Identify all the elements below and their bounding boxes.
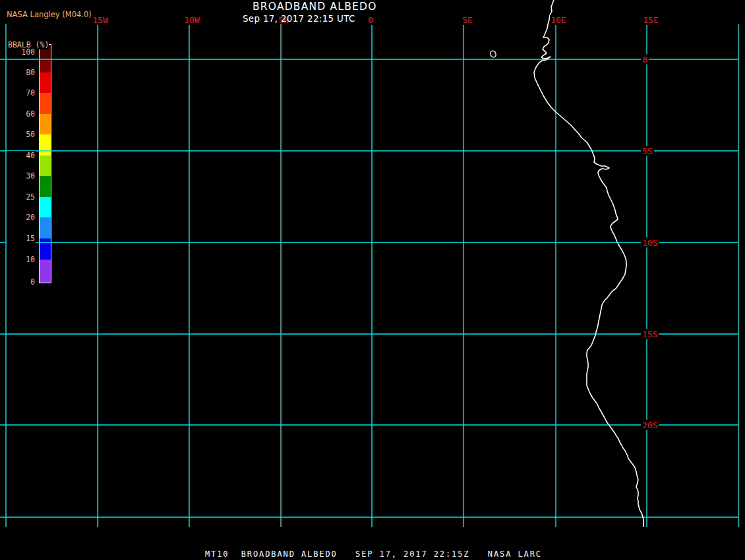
latitude-label: 10S	[641, 238, 659, 248]
longitude-label: 15E	[642, 15, 659, 25]
colorbar-tick-label: 25	[7, 192, 36, 202]
colorbar-tick-label: 60	[7, 109, 36, 119]
timestamp-subtitle: Sep 17, 2017 22:15 UTC	[243, 13, 355, 24]
map-svg	[0, 0, 745, 560]
longitude-label: 10W	[183, 15, 200, 25]
latitude-label: 15S	[641, 329, 659, 339]
longitude-label: 5E	[462, 15, 473, 25]
colorbar-tick-label: 40	[7, 151, 36, 160]
latitude-label: 5S	[641, 146, 654, 156]
colorbar-tick-label: 100	[7, 47, 36, 57]
page-title: BROADBAND ALBEDO	[253, 1, 377, 13]
colorbar-tick-label: 50	[7, 130, 36, 139]
colorbar-tick-label: 70	[7, 88, 36, 98]
colorbar-tick-label: 20	[7, 213, 36, 222]
colorbar-tick-label: 10	[7, 255, 36, 264]
longitude-label: 10E	[550, 15, 566, 25]
longitude-label: 15W	[92, 15, 108, 25]
island-outline	[490, 50, 497, 58]
latitude-label: 20S	[641, 420, 659, 430]
africa-coastline	[534, 0, 643, 527]
longitude-label: 0	[367, 15, 374, 25]
colorbar-tick-label: 80	[7, 68, 36, 77]
latitude-label: 0	[641, 55, 649, 65]
brand-label: NASA Langley (M04.0)	[7, 10, 92, 19]
colorbar-tick-label: 15	[7, 234, 36, 243]
colorbar-tick-label: 0	[7, 277, 36, 287]
colorbar-tick-label: 30	[7, 171, 36, 181]
footer-caption: MT10 BROADBAND ALBEDO SEP 17, 2017 22:15…	[205, 549, 542, 559]
albedo-map-screen: BBALB (%) 100807060504030252015100 15W10…	[0, 0, 745, 560]
